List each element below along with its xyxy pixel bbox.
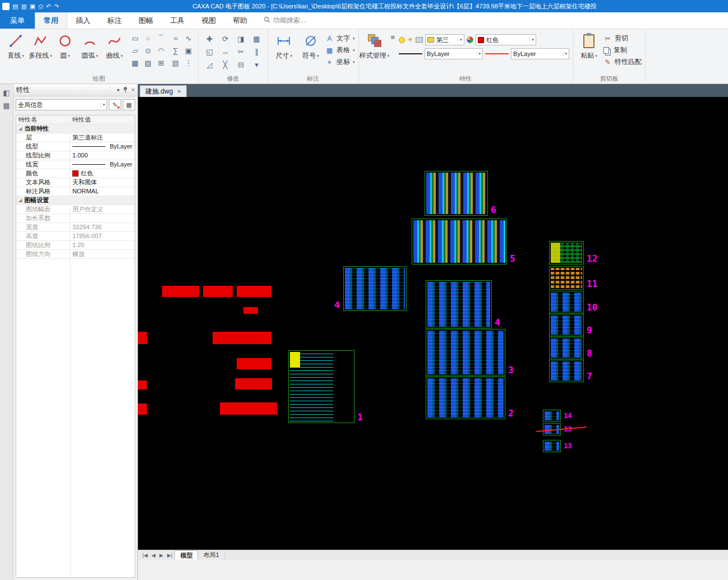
stretch-icon[interactable]: ↔ xyxy=(218,45,233,58)
properties-palette-icon[interactable]: ◧ xyxy=(3,89,10,97)
text-tool-button[interactable]: A文字▾ xyxy=(325,34,355,43)
scale-icon[interactable]: ◱ xyxy=(202,45,217,58)
options-list-icon[interactable]: ≡ xyxy=(389,31,397,44)
formula-icon[interactable]: ∑ xyxy=(169,45,182,57)
property-row[interactable]: 线型比例1.000 xyxy=(16,151,135,160)
draw-tool-line[interactable]: 直线▾ xyxy=(3,31,28,61)
grid-icon[interactable]: ⊞ xyxy=(155,57,167,69)
draw-tool-arc[interactable]: 圆弧▾ xyxy=(77,31,102,61)
property-row[interactable]: 层第三道标注 xyxy=(16,133,135,142)
property-row[interactable]: 线型ByLayer xyxy=(16,142,135,151)
red-text-block[interactable] xyxy=(237,358,271,369)
rectangle-icon[interactable]: ▭ xyxy=(129,33,141,44)
layer-select[interactable]: 第三 ▾ xyxy=(425,34,464,45)
drawing-cluster-8[interactable] xyxy=(549,337,584,359)
property-row[interactable]: 宽度33294.736 xyxy=(16,223,135,232)
ribbon-tab-插入[interactable]: 插入 xyxy=(67,12,99,29)
layer-freeze-icon[interactable]: ☀ xyxy=(407,36,413,44)
chamfer-icon[interactable]: ◿ xyxy=(202,58,217,71)
red-text-block[interactable] xyxy=(138,403,147,415)
drawing-cluster-2[interactable] xyxy=(426,377,505,419)
spline-fit-icon[interactable]: ∿ xyxy=(182,33,195,44)
ribbon-tab-标注[interactable]: 标注 xyxy=(99,12,130,29)
layout-tab-模型[interactable]: 模型 xyxy=(174,550,198,560)
pattern-fill-icon[interactable]: ▨ xyxy=(142,57,154,69)
property-row[interactable]: 图纸比例1:20 xyxy=(16,241,135,250)
trim-icon[interactable]: ✂ xyxy=(233,45,248,58)
close-document-icon[interactable]: × xyxy=(177,88,181,95)
paste-button[interactable]: 粘贴▾ xyxy=(577,31,601,61)
library-palette-icon[interactable]: ▦ xyxy=(3,101,10,110)
red-text-block[interactable] xyxy=(220,402,277,415)
ribbon-tab-图幅[interactable]: 图幅 xyxy=(130,12,162,29)
break-icon[interactable]: ╳ xyxy=(218,58,233,71)
dimension-button[interactable]: 尺寸▾ xyxy=(271,31,296,61)
rotate-icon[interactable]: ⟳ xyxy=(218,33,233,45)
property-row[interactable]: 颜色红色 xyxy=(16,169,135,178)
table-tool-button[interactable]: ▦表格▾ xyxy=(325,45,355,55)
match-properties-button[interactable]: ✎特性匹配 xyxy=(603,57,642,67)
block-icon[interactable]: ▣ xyxy=(182,45,195,57)
ellipse-icon[interactable]: ○ xyxy=(142,33,154,44)
color-select[interactable]: 红色 ▾ xyxy=(476,34,536,45)
more-icon[interactable]: ▾ xyxy=(249,58,264,71)
lineweight-select[interactable]: ByLayer ▾ xyxy=(511,48,569,59)
first-layout-icon[interactable]: |◀ xyxy=(141,553,149,558)
print-icon[interactable]: ⎙ xyxy=(38,3,43,10)
property-row[interactable]: 文本风格天和黑体 xyxy=(16,178,135,187)
ribbon-tab-视图[interactable]: 视图 xyxy=(193,12,224,29)
ribbon-tab-常用[interactable]: 常用 xyxy=(35,12,67,29)
layer-print-icon[interactable] xyxy=(416,37,423,43)
drawing-cluster-4[interactable] xyxy=(343,266,407,311)
explode-icon[interactable]: ⊟ xyxy=(233,58,248,71)
drawing-cluster-1[interactable] xyxy=(288,350,354,423)
drawing-cluster-10[interactable] xyxy=(549,291,584,313)
arc-3pt-icon[interactable]: ⌒ xyxy=(155,33,167,44)
draw-tool-polyline[interactable]: 多段线▾ xyxy=(28,31,53,61)
cut-button[interactable]: ✂剪切 xyxy=(603,34,642,43)
mirror-icon[interactable]: ◨ xyxy=(233,33,248,45)
coordinate-tool-button[interactable]: ⌖坐标▾ xyxy=(325,57,355,67)
hatch-icon[interactable]: ▩ xyxy=(129,57,141,69)
property-group-header[interactable]: ◢当前特性 xyxy=(16,124,135,133)
layer-on-icon[interactable] xyxy=(399,37,405,43)
pin-icon[interactable] xyxy=(123,86,128,94)
array-icon[interactable]: ▦ xyxy=(249,33,264,45)
color-wheel-icon[interactable] xyxy=(467,36,473,43)
red-text-block[interactable] xyxy=(213,332,271,344)
draw-tool-circle[interactable]: 圆▾ xyxy=(53,31,77,61)
drawing-cluster-4[interactable] xyxy=(426,280,492,328)
pick-object-button[interactable]: ▦ xyxy=(123,99,135,110)
drawing-cluster-3[interactable] xyxy=(426,329,505,376)
ribbon-tab-工具[interactable]: 工具 xyxy=(162,12,193,29)
drawing-cluster-13[interactable] xyxy=(543,440,561,452)
drawing-cluster-5[interactable] xyxy=(412,219,507,265)
drawing-cluster-14[interactable] xyxy=(543,410,561,422)
parallelogram-icon[interactable]: ▱ xyxy=(129,45,141,57)
drawing-cluster-9[interactable] xyxy=(549,314,584,336)
drawing-cluster-7[interactable] xyxy=(549,360,584,382)
copy-button[interactable]: 复制 xyxy=(603,45,642,55)
red-text-block[interactable] xyxy=(243,307,258,314)
drawing-cluster-11[interactable] xyxy=(549,266,584,290)
red-text-block[interactable] xyxy=(235,378,272,389)
close-panel-icon[interactable]: × xyxy=(131,87,135,93)
property-group-header[interactable]: ◢图幅设置 xyxy=(16,196,135,205)
edit-pencil-button[interactable]: ✎ × xyxy=(109,99,121,110)
property-row[interactable]: 图纸方向横放 xyxy=(16,250,135,259)
menu-button[interactable]: 菜单 xyxy=(0,12,35,29)
drawing-canvas[interactable]: 6544321121110987141313 xyxy=(138,97,728,550)
last-layout-icon[interactable]: ▶| xyxy=(165,553,174,558)
symbol-button[interactable]: 符号▾ xyxy=(298,31,323,61)
open-file-icon[interactable]: ▥ xyxy=(21,3,26,10)
image-icon[interactable]: ▤ xyxy=(169,57,182,69)
red-text-block[interactable] xyxy=(162,286,199,297)
contour-icon[interactable]: ◠ xyxy=(155,45,167,57)
collapse-icon[interactable]: ◢ xyxy=(19,124,22,133)
linetype-select[interactable]: ByLayer ▾ xyxy=(425,48,483,59)
layout-tab-布局1[interactable]: 布局1 xyxy=(198,550,224,560)
drawing-cluster-6[interactable] xyxy=(425,171,488,216)
next-layout-icon[interactable]: ▶ xyxy=(158,553,165,558)
function-search[interactable]: 功能搜索... xyxy=(264,12,306,29)
property-row[interactable]: 图纸幅面用户自定义 xyxy=(16,205,135,214)
